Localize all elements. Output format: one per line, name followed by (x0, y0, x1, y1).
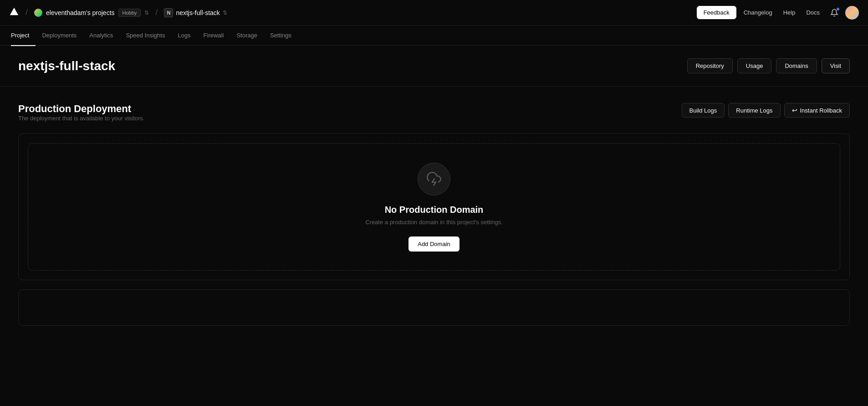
visit-button[interactable]: Visit (822, 58, 850, 73)
subnav-item-speed-insights[interactable]: Speed Insights (119, 26, 171, 46)
changelog-button[interactable]: Changelog (740, 6, 776, 19)
subnav-item-firewall[interactable]: Firewall (197, 26, 230, 46)
section-actions: Build Logs Runtime Logs ↩ Instant Rollba… (682, 103, 850, 118)
section-title: Production Deployment (18, 103, 144, 115)
avatar[interactable] (845, 6, 859, 20)
subnav-item-project[interactable]: Project (11, 26, 36, 46)
section-heading-group: Production Deployment The deployment tha… (18, 103, 144, 131)
svg-marker-0 (10, 7, 18, 15)
main-content: Production Deployment The deployment tha… (0, 87, 868, 342)
empty-icon-circle (418, 163, 450, 195)
build-logs-button[interactable]: Build Logs (682, 103, 725, 118)
add-domain-button[interactable]: Add Domain (408, 236, 460, 252)
project-header: nextjs-full-stack Repository Usage Domai… (0, 46, 868, 87)
repository-button[interactable]: Repository (687, 58, 733, 73)
topnav-left: / eleventhadam's projects Hobby ⇅ / N ne… (9, 7, 697, 19)
docs-button[interactable]: Docs (802, 6, 823, 19)
top-navigation: / eleventhadam's projects Hobby ⇅ / N ne… (0, 0, 868, 26)
project-chevron-icon: ⇅ (144, 10, 149, 16)
secondary-navigation: Project Deployments Analytics Speed Insi… (0, 26, 868, 46)
instant-rollback-button[interactable]: ↩ Instant Rollback (784, 103, 850, 118)
deployment-card: No Production Domain Create a production… (18, 134, 850, 280)
repo-badge[interactable]: N nextjs-full-stack ⇅ (164, 8, 227, 17)
repo-chevron-icon: ⇅ (223, 10, 227, 16)
bottom-section (18, 289, 850, 326)
empty-state-card: No Production Domain Create a production… (28, 143, 840, 271)
project-name: eleventhadam's projects (46, 9, 115, 16)
runtime-logs-button[interactable]: Runtime Logs (728, 103, 780, 118)
subnav-item-logs[interactable]: Logs (171, 26, 197, 46)
usage-button[interactable]: Usage (737, 58, 772, 73)
breadcrumb-slash-2: / (155, 8, 158, 17)
subnav-item-deployments[interactable]: Deployments (36, 26, 83, 46)
domains-button[interactable]: Domains (776, 58, 817, 73)
page-title: nextjs-full-stack (18, 59, 115, 73)
cloud-lightning-icon (427, 172, 441, 186)
breadcrumb-slash-1: / (26, 8, 28, 17)
notifications-button[interactable] (827, 5, 842, 20)
subnav-item-analytics[interactable]: Analytics (83, 26, 119, 46)
section-subtitle: The deployment that is available to your… (18, 115, 144, 122)
feedback-button[interactable]: Feedback (697, 6, 736, 19)
project-badge[interactable]: eleventhadam's projects Hobby ⇅ (34, 9, 149, 17)
subnav-item-settings[interactable]: Settings (264, 26, 298, 46)
repo-letter-icon: N (164, 8, 173, 17)
repo-name: nextjs-full-stack (176, 9, 220, 16)
project-actions: Repository Usage Domains Visit (687, 58, 850, 73)
notification-dot (836, 7, 840, 11)
empty-state-title: No Production Domain (385, 205, 484, 215)
empty-state-subtitle: Create a production domain in this proje… (365, 219, 503, 226)
project-avatar (34, 9, 42, 17)
rollback-icon: ↩ (792, 107, 797, 114)
topnav-right: Feedback Changelog Help Docs (697, 5, 859, 20)
vercel-logo[interactable] (9, 7, 19, 19)
subnav-item-storage[interactable]: Storage (230, 26, 264, 46)
hobby-badge: Hobby (118, 9, 141, 17)
help-button[interactable]: Help (780, 6, 799, 19)
